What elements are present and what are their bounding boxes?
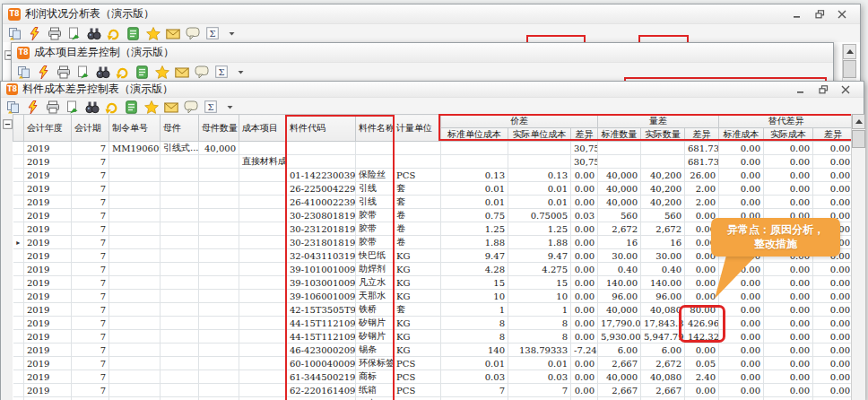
grid-cell[interactable]: 0.40 [641,263,685,276]
grid-cell[interactable] [239,384,287,397]
grid-cell[interactable] [109,330,161,343]
grid-cell[interactable]: 2.40 [685,370,719,384]
column-header[interactable]: 料件代码 [287,115,356,142]
table-row[interactable]: 2019726-410002239-00A1引线套0.010.010.0040,… [13,196,854,209]
table-row[interactable]: 2019739-103001009-00A1凡立水KG15150.00140.0… [13,276,854,290]
grid-cell[interactable]: PCS [394,169,441,182]
grid-cell[interactable] [161,222,199,236]
grid-cell[interactable] [109,357,161,370]
grid-cell[interactable]: 7 [72,317,109,330]
grid-cell[interactable]: 30.00 [598,249,641,263]
grid-cell[interactable]: 0.00 [571,263,598,276]
table-row[interactable]: 2019744-15T112109-0ECL矽钢片KG880.0017,790.… [13,317,854,330]
grid-cell[interactable]: 0.00 [813,370,854,384]
mail-icon[interactable] [163,100,178,115]
row-selector[interactable] [13,397,24,400]
grid-cell[interactable]: 7 [72,249,109,263]
grid-cell[interactable] [109,209,161,222]
grid-cell[interactable] [239,343,287,357]
grid-cell[interactable]: 2.00 [685,182,719,196]
grid-cell[interactable]: 0.00 [813,290,854,303]
grid-cell[interactable] [199,263,239,276]
star-icon[interactable] [143,100,159,115]
grid-cell[interactable]: 0.00 [719,357,764,370]
grid-cell[interactable]: 1 [508,303,571,317]
grid-cell[interactable]: 9.47 [441,249,508,263]
grid-cell[interactable]: 2019 [24,263,72,276]
grid-cell[interactable]: 30-230801819-00A1 [287,209,356,222]
row-selector[interactable]: ▸ [13,236,24,249]
grid-cell[interactable]: KG [394,330,441,343]
grid-cell[interactable] [287,155,356,169]
grid-cell[interactable]: 2,667 [641,384,685,397]
grid-cell[interactable]: 30-231801819-00A1 [287,236,356,249]
grid-cell[interactable] [199,209,239,222]
grid-cell[interactable]: 0.01 [508,357,571,370]
column-header[interactable]: 实际数量 [641,128,685,142]
row-selector[interactable] [13,357,24,370]
grid-cell[interactable]: 2019 [24,357,72,370]
grid-cell[interactable]: 6.00 [641,343,685,357]
grid-cell[interactable] [161,182,199,196]
table-row[interactable]: 2019726-225004229-00A1引线套0.010.010.0040,… [13,182,854,196]
grid-cell[interactable]: 0.00 [571,236,598,249]
document-icon[interactable] [124,100,139,115]
column-header[interactable]: 成本项目 [239,115,287,142]
lightning-icon[interactable] [27,26,42,41]
table-row[interactable]: 2019701-142230039-00TB保险丝PCS0.130.130.00… [13,169,854,182]
grid-cell[interactable]: 0.00 [571,290,598,303]
grid-cell[interactable]: 39-106001009-00A1 [287,290,356,303]
grid-cell[interactable]: 8 [441,330,508,343]
grid-cell[interactable]: 0.00 [719,370,764,384]
grid-cell[interactable]: 套 [394,303,441,317]
grid-cell[interactable] [239,222,287,236]
grid-cell[interactable] [199,397,239,400]
table-row[interactable]: 2019739-106001009-00A1天那水KG10100.0096.00… [13,290,854,303]
grid-cell[interactable] [199,249,239,263]
grid-cell[interactable]: 2019 [24,155,72,169]
grid-cell[interactable]: 0.00 [719,330,764,343]
grid-cell[interactable] [109,196,161,209]
grid-cell[interactable]: 0.13 [441,169,508,182]
grid-cell[interactable]: 2,667 [598,357,641,370]
grid-corner[interactable] [13,115,24,142]
grid-cell[interactable] [239,276,287,290]
grid-cell[interactable]: 7 [72,209,109,222]
column-header[interactable]: 实际单位成本 [508,128,571,142]
grid-cell[interactable]: 0.00 [764,330,813,343]
grid-cell[interactable] [394,142,441,155]
table-row[interactable]: 2019761-344500219-00A1商标PCS0.030.030.004… [13,370,854,384]
grid-cell[interactable] [199,182,239,196]
grid-cell[interactable] [109,249,161,263]
star-icon[interactable] [145,26,161,41]
grid-cell[interactable] [161,303,199,317]
grid-cell[interactable]: 0.00 [813,196,854,209]
grid-cell[interactable]: 0.00 [571,169,598,182]
grid-cell[interactable]: 0.00 [571,276,598,290]
grid-cell[interactable]: 7 [72,196,109,209]
grid-cell[interactable]: 681.73 [685,155,719,169]
grid-cell[interactable]: 0.00 [764,142,813,155]
grid-cell[interactable]: 40,200 [641,182,685,196]
grid-cell[interactable] [161,236,199,249]
grid-cell[interactable]: 7 [72,384,109,397]
column-header[interactable]: 会计年度 [24,115,72,142]
grid-cell[interactable]: 0.00 [685,263,719,276]
grid-cell[interactable]: 40,000 [598,169,641,182]
grid-cell[interactable]: 40,200 [641,169,685,182]
caret-icon[interactable] [224,26,239,41]
column-header[interactable]: 差异 [685,128,719,142]
grid-cell[interactable]: KG [394,249,441,263]
grid-cell[interactable] [109,397,161,400]
grid-cell[interactable]: 0.00 [764,290,813,303]
column-header[interactable]: 会计期 [72,115,109,142]
grid-cell[interactable]: 26.00 [685,169,719,182]
grid-cell[interactable]: 40,200 [641,196,685,209]
grid-cell[interactable]: -7.24 [571,343,598,357]
row-selector[interactable] [13,290,24,303]
row-selector[interactable] [13,303,24,317]
close-button[interactable] [837,9,847,20]
grid-cell[interactable]: 16 [641,236,685,249]
row-selector[interactable] [13,142,24,155]
grid-cell[interactable]: KG [394,276,441,290]
